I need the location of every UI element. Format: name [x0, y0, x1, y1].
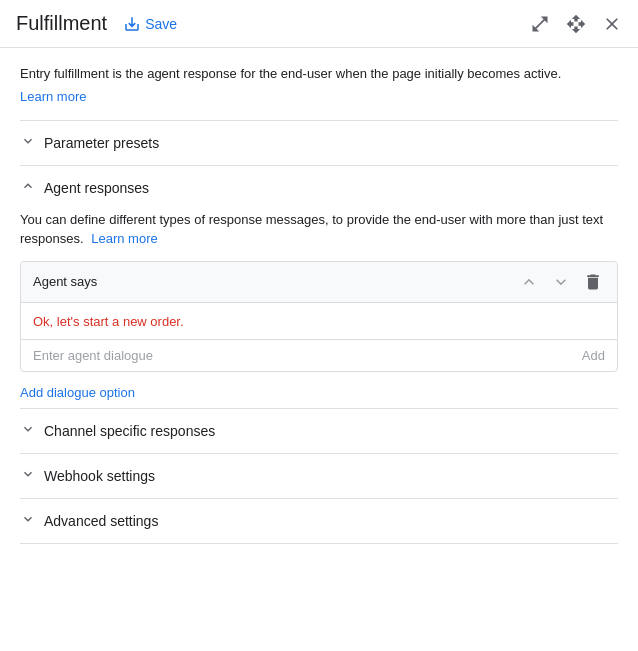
dialogue-text: Ok, let's start a new order.: [33, 314, 184, 329]
channel-specific-section: Channel specific responses: [20, 408, 618, 453]
agent-responses-chevron-icon: [20, 178, 36, 198]
move-icon[interactable]: [566, 14, 586, 34]
channel-specific-header[interactable]: Channel specific responses: [20, 409, 618, 453]
parameter-presets-chevron-icon: [20, 133, 36, 153]
add-dialogue-button[interactable]: Add: [582, 348, 605, 363]
close-icon[interactable]: [602, 14, 622, 34]
advanced-settings-chevron-icon: [20, 511, 36, 531]
dialogue-item: Ok, let's start a new order.: [21, 303, 617, 340]
webhook-settings-section: Webhook settings: [20, 453, 618, 498]
parameter-presets-label: Parameter presets: [44, 135, 159, 151]
dialogue-input-row: Add: [21, 340, 617, 371]
agent-responses-header[interactable]: Agent responses: [20, 166, 618, 210]
add-dialogue-option-link[interactable]: Add dialogue option: [20, 385, 135, 400]
header: Fulfillment Save: [0, 0, 638, 48]
delete-button[interactable]: [581, 270, 605, 294]
advanced-settings-header[interactable]: Advanced settings: [20, 499, 618, 543]
channel-specific-chevron-icon: [20, 421, 36, 441]
card-actions: [517, 270, 605, 294]
page-title: Fulfillment: [16, 12, 107, 35]
advanced-settings-section: Advanced settings: [20, 498, 618, 544]
description-learn-more-link[interactable]: Learn more: [20, 89, 86, 104]
description-text: Entry fulfillment is the agent response …: [20, 64, 618, 84]
entry-description: Entry fulfillment is the agent response …: [20, 64, 618, 104]
content: Entry fulfillment is the agent response …: [0, 48, 638, 560]
expand-icon[interactable]: [530, 14, 550, 34]
agent-responses-section: Agent responses You can define different…: [20, 166, 618, 400]
agent-says-card: Agent says Ok,: [20, 261, 618, 372]
header-icons: [530, 14, 622, 34]
webhook-settings-header[interactable]: Webhook settings: [20, 454, 618, 498]
webhook-settings-label: Webhook settings: [44, 468, 155, 484]
advanced-settings-label: Advanced settings: [44, 513, 158, 529]
move-up-button[interactable]: [517, 270, 541, 294]
add-dialogue-option: Add dialogue option: [20, 384, 618, 400]
agent-responses-label: Agent responses: [44, 180, 149, 196]
agent-dialogue-input[interactable]: [33, 348, 582, 363]
move-down-button[interactable]: [549, 270, 573, 294]
agent-says-title: Agent says: [33, 274, 517, 289]
channel-specific-label: Channel specific responses: [44, 423, 215, 439]
parameter-presets-section: Parameter presets: [20, 120, 618, 166]
agent-says-header: Agent says: [21, 262, 617, 303]
parameter-presets-header[interactable]: Parameter presets: [20, 121, 618, 165]
collapsed-sections: Channel specific responses Webhook setti…: [20, 408, 618, 544]
webhook-settings-chevron-icon: [20, 466, 36, 486]
agent-responses-learn-more-link[interactable]: Learn more: [91, 231, 157, 246]
save-button[interactable]: Save: [123, 15, 177, 33]
save-icon: [123, 15, 141, 33]
agent-responses-description: You can define different types of respon…: [20, 210, 618, 249]
